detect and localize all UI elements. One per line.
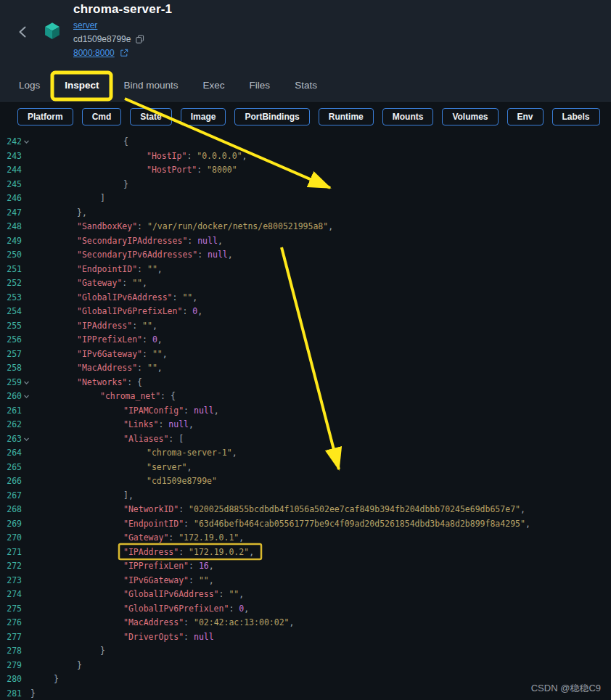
json-token: "IPAddress": [77, 321, 132, 331]
fold-spacer: [22, 248, 30, 263]
fold-spacer: [22, 474, 30, 489]
tab-exec[interactable]: Exec: [202, 70, 226, 101]
code-line-269: 269"EndpointID": "63d46befb464cab0556177…: [0, 517, 611, 532]
code-line-content: ],: [30, 489, 134, 503]
fold-spacer: [22, 192, 30, 206]
fold-toggle-icon[interactable]: [22, 432, 30, 447]
fold-spacer: [22, 418, 30, 432]
tab-inspect[interactable]: Inspect: [63, 70, 100, 101]
code-line-280: 280}: [0, 672, 611, 687]
json-token: "Links": [123, 419, 158, 429]
fold-toggle-icon[interactable]: [22, 390, 30, 404]
json-token: "": [199, 575, 209, 585]
code-line-content: "MacAddress": "",: [30, 361, 163, 376]
json-token: "GlobalIPv6PrefixLen": [123, 604, 229, 614]
line-number: 243: [0, 149, 22, 164]
section-chip-state[interactable]: State: [130, 108, 171, 125]
json-token: "IPAddress": [123, 547, 179, 557]
json-token: :: [184, 632, 194, 642]
section-chip-cmd[interactable]: Cmd: [82, 108, 122, 125]
line-number: 247: [0, 206, 22, 221]
code-line-246: 246]: [0, 192, 611, 206]
code-line-content: "server",: [30, 461, 192, 475]
fold-spacer: [22, 630, 30, 645]
code-line-281: 281}: [0, 687, 611, 700]
copy-icon[interactable]: [136, 35, 144, 44]
json-token: :: [179, 504, 189, 514]
json-token: }: [100, 646, 105, 656]
section-chip-image[interactable]: Image: [181, 108, 226, 125]
back-button[interactable]: [16, 25, 29, 39]
tab-bind-mounts[interactable]: Bind mounts: [123, 70, 180, 101]
section-chip-row: PlatformCmdStateImagePortBindingsRuntime…: [0, 102, 611, 132]
code-line-254: 254"GlobalIPv6PrefixLen": 0,: [0, 305, 611, 319]
code-line-268: 268"NetworkID": "020025d8855bcdbdb4f1056…: [0, 503, 611, 517]
json-token: ,: [244, 604, 249, 614]
fold-spacer: [22, 305, 30, 319]
tab-files[interactable]: Files: [248, 70, 272, 101]
json-token: :: [158, 419, 168, 429]
line-number: 245: [0, 178, 22, 192]
compose-service-link[interactable]: server: [73, 20, 97, 30]
json-token: "EndpointID": [77, 264, 137, 274]
json-token: null: [208, 250, 228, 260]
code-line-263: 263"Aliases": [: [0, 432, 611, 447]
code-line-content: "IPAddress": "172.19.0.2",: [30, 545, 254, 560]
section-chip-platform[interactable]: Platform: [17, 108, 73, 125]
code-line-content: "EndpointID": "63d46befb464cab05561777be…: [30, 517, 530, 532]
json-token: "SecondaryIPAddresses": [77, 236, 187, 246]
section-chip-portbindings[interactable]: PortBindings: [234, 108, 309, 125]
json-token: ]: [100, 193, 105, 203]
line-number: 259: [0, 376, 22, 390]
fold-spacer: [22, 531, 30, 545]
tab-stats[interactable]: Stats: [293, 70, 319, 101]
section-chip-mounts[interactable]: Mounts: [382, 108, 434, 125]
external-link-icon[interactable]: [120, 49, 128, 57]
fold-toggle-icon[interactable]: [22, 376, 30, 390]
json-token: "NetworkID": [123, 504, 179, 514]
json-token: ,: [242, 151, 247, 161]
code-line-content: "chroma-server-1",: [30, 446, 237, 461]
code-line-content: "IPAMConfig": null,: [30, 404, 219, 419]
section-chip-labels[interactable]: Labels: [552, 108, 600, 125]
json-token: "MacAddress": [123, 617, 184, 627]
section-chip-env[interactable]: Env: [507, 108, 544, 125]
json-token: },: [77, 207, 87, 218]
line-number: 262: [0, 418, 22, 432]
fold-spacer: [22, 163, 30, 178]
code-line-274: 274"GlobalIPv6Address": "",: [0, 588, 611, 602]
line-number: 279: [0, 659, 22, 673]
code-line-245: 245}: [0, 178, 611, 192]
code-line-252: 252"Gateway": "",: [0, 276, 611, 291]
code-line-content: "Links": null,: [30, 418, 194, 432]
fold-spacer: [22, 588, 30, 602]
json-token: :: [186, 151, 197, 161]
code-line-content: {: [30, 135, 128, 149]
fold-spacer: [22, 333, 30, 347]
fold-toggle-icon[interactable]: [22, 135, 30, 149]
watermark: CSDN @稳稳C9: [531, 682, 601, 695]
code-line-content: "chroma_net": {: [30, 390, 176, 404]
tab-logs[interactable]: Logs: [17, 70, 41, 101]
fold-spacer: [22, 574, 30, 588]
fold-spacer: [22, 319, 30, 334]
json-token: "8000": [207, 165, 237, 175]
code-line-content: "SandboxKey": "/var/run/docker/netns/e80…: [30, 220, 333, 234]
json-token: {: [123, 136, 128, 147]
section-chip-runtime[interactable]: Runtime: [319, 108, 374, 125]
line-number: 255: [0, 319, 22, 334]
code-line-256: 256"IPPrefixLen": 0,: [0, 333, 611, 347]
container-title-block: chroma-server-1 server cd1509e8799e 8000…: [73, 0, 172, 58]
json-token: null: [168, 419, 189, 429]
line-number: 272: [0, 559, 22, 574]
json-token: ,: [157, 264, 163, 274]
port-link[interactable]: 8000:8000: [73, 48, 115, 58]
json-token: :: [142, 349, 152, 359]
container-id-row: cd1509e8799e: [73, 34, 172, 44]
line-number: 278: [0, 644, 22, 659]
code-line-258: 258"MacAddress": "",: [0, 361, 611, 376]
fold-spacer: [22, 489, 30, 503]
json-token: :: [179, 547, 189, 557]
section-chip-volumes[interactable]: Volumes: [442, 108, 498, 125]
json-token: :: [168, 532, 179, 543]
